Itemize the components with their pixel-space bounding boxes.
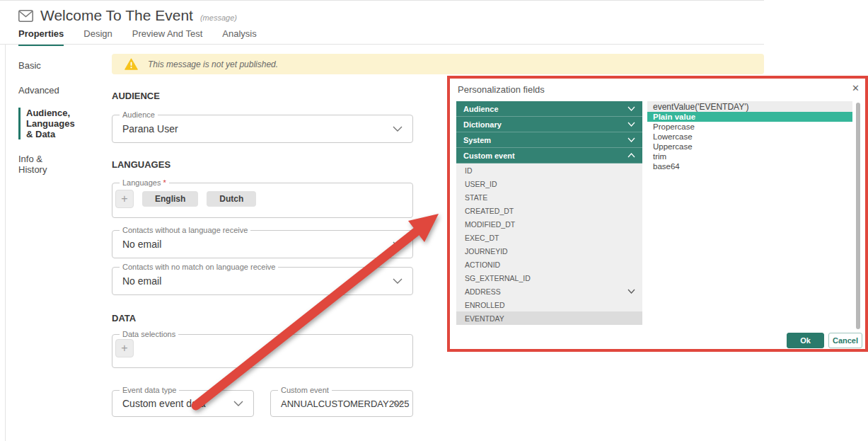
- list-item[interactable]: USER_ID: [456, 177, 642, 190]
- personalization-dialog: Personalization fields ✕ Audience Dictio…: [450, 79, 865, 349]
- transform-panel: eventValue('EVENTDAY') Plain value Prope…: [647, 101, 852, 171]
- accordion-audience[interactable]: Audience: [456, 101, 642, 117]
- list-item[interactable]: EXEC_DT: [456, 231, 642, 244]
- list-item[interactable]: ACTIONID: [456, 258, 642, 271]
- event-data-type-value: Custom event data: [112, 391, 253, 416]
- chevron-down-icon: [393, 401, 403, 406]
- warning-icon: [125, 58, 138, 70]
- sidebar-item-info-history[interactable]: Info & History: [18, 154, 47, 175]
- custom-event-field-list: ID USER_ID STATE CREATED_DT MODIFIED_DT …: [456, 164, 642, 325]
- sidebar-item-audience-languages-data[interactable]: Audience, Languages & Data: [18, 108, 75, 139]
- transform-option[interactable]: Propercase: [647, 122, 852, 132]
- sidebar-item-basic[interactable]: Basic: [18, 60, 41, 71]
- chevron-down-icon: [393, 278, 403, 284]
- unpublished-warning-banner: This message is not yet published.: [112, 54, 764, 74]
- cancel-button[interactable]: Cancel: [828, 333, 862, 348]
- list-item[interactable]: ENROLLED: [456, 298, 642, 311]
- warning-text: This message is not yet published.: [148, 59, 278, 69]
- field-category-accordion: Audience Dictionary System Custom event …: [456, 101, 642, 325]
- chevron-down-icon: [627, 137, 635, 142]
- add-language-button[interactable]: +: [115, 190, 134, 208]
- list-item[interactable]: STATE: [456, 190, 642, 204]
- transform-option[interactable]: Uppercase: [647, 142, 852, 151]
- add-icon: +: [121, 342, 127, 355]
- required-asterisk: *: [163, 178, 166, 187]
- accordion-custom-event[interactable]: Custom event: [456, 148, 642, 164]
- accordion-system[interactable]: System: [456, 132, 642, 148]
- list-item[interactable]: JOURNEYID: [456, 244, 642, 258]
- list-item-address[interactable]: ADDRESS: [456, 285, 642, 298]
- transform-option[interactable]: trim: [647, 151, 852, 161]
- sidebar-item-advanced[interactable]: Advanced: [18, 85, 59, 96]
- custom-event-select[interactable]: Custom event ANNUALCUSTOMERDAY2025: [270, 390, 413, 417]
- add-icon: +: [121, 193, 127, 205]
- page-subtitle: (message): [200, 13, 237, 22]
- tab-preview-and-test[interactable]: Preview And Test: [132, 28, 202, 46]
- dialog-title: Personalization fields: [458, 84, 545, 95]
- data-selections-field: Data selections +: [112, 334, 413, 368]
- app-window: Welcome To The Event (message) Propertie…: [0, 0, 868, 441]
- sidebar: Basic Advanced Audience, Languages & Dat…: [0, 0, 106, 441]
- no-language-select[interactable]: Contacts without a language receive No e…: [112, 230, 413, 258]
- dialog-scrollbar[interactable]: [856, 103, 860, 329]
- chevron-down-icon: [627, 122, 635, 127]
- list-item[interactable]: CREATED_DT: [456, 204, 642, 217]
- chevron-down-icon: [393, 126, 403, 132]
- event-data-type-select[interactable]: Event data type Custom event data: [112, 390, 254, 417]
- dialog-footer: Ok Cancel: [787, 333, 862, 348]
- transform-option-selected[interactable]: Plain value: [647, 112, 852, 122]
- top-divider: [0, 0, 764, 1]
- accordion-dictionary[interactable]: Dictionary: [456, 117, 642, 132]
- no-language-select-value: No email: [112, 231, 412, 258]
- chevron-down-icon: [627, 289, 635, 294]
- list-item[interactable]: ID: [456, 164, 642, 177]
- tab-analysis[interactable]: Analysis: [222, 28, 256, 46]
- chevron-down-icon: [393, 241, 403, 247]
- audience-select[interactable]: Audience Parana User: [112, 115, 413, 143]
- add-data-selection-button[interactable]: +: [115, 339, 134, 357]
- ok-button[interactable]: Ok: [787, 333, 824, 348]
- audience-select-value: Parana User: [112, 115, 412, 142]
- list-item-selected[interactable]: EVENTDAY: [456, 311, 642, 325]
- languages-field: Languages * + English Dutch: [112, 183, 413, 218]
- no-match-select-value: No email: [112, 268, 412, 294]
- list-item[interactable]: SG_EXTERNAL_ID: [456, 271, 642, 285]
- transform-option[interactable]: Lowercase: [647, 132, 852, 142]
- chevron-down-icon: [233, 401, 243, 406]
- chevron-up-icon: [627, 153, 635, 158]
- field-expression-preview: eventValue('EVENTDAY'): [647, 101, 852, 112]
- language-chip-english[interactable]: English: [142, 191, 198, 207]
- annotation-box: Personalization fields ✕ Audience Dictio…: [447, 76, 868, 352]
- custom-event-value: ANNUALCUSTOMERDAY2025: [271, 391, 412, 416]
- audience-section-title: AUDIENCE: [112, 91, 160, 101]
- list-item[interactable]: MODIFIED_DT: [456, 217, 642, 231]
- close-icon[interactable]: ✕: [849, 80, 862, 96]
- data-section-title: DATA: [112, 313, 136, 323]
- languages-section-title: LANGUAGES: [112, 159, 170, 170]
- language-chip-dutch[interactable]: Dutch: [207, 191, 256, 207]
- chevron-down-icon: [627, 106, 635, 111]
- no-match-select[interactable]: Contacts with no match on language recei…: [112, 267, 413, 295]
- transform-option[interactable]: base64: [647, 161, 852, 171]
